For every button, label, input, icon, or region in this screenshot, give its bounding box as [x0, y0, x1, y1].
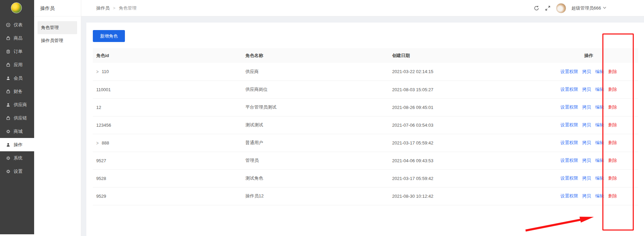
sidebar-item-label: 系统 — [14, 155, 23, 161]
sidebar-item[interactable]: 系统 — [0, 151, 34, 165]
sidebar-item[interactable]: 会员 — [0, 71, 34, 85]
copy-link[interactable]: 拷贝 — [582, 193, 591, 198]
content-card: 新增角色 角色id 角色名称 创建日期 操作 >110 — [86, 23, 644, 236]
breadcrumb-root[interactable]: 操作员 — [96, 5, 110, 11]
copy-link[interactable]: 拷贝 — [582, 140, 591, 145]
edit-link[interactable]: 编辑 — [595, 140, 604, 145]
cell-actions: 设置权限拷贝编辑删除 — [539, 134, 638, 152]
created-date-value: 2021-03-22 02:14:15 — [392, 69, 433, 74]
secondary-sidebar: 操作员 角色管理 操作员管理 — [34, 0, 81, 236]
sidebar-item-label: 订单 — [14, 48, 23, 55]
fullscreen-icon[interactable] — [545, 5, 551, 11]
copy-link[interactable]: 拷贝 — [582, 176, 591, 181]
copy-link[interactable]: 拷贝 — [582, 122, 591, 127]
delete-link[interactable]: 删除 — [608, 176, 617, 181]
edit-link[interactable]: 编辑 — [595, 105, 604, 110]
primary-sidebar: 仪表 商品 — [0, 0, 34, 234]
cell-created-date: 2021-03-17 05:59:42 — [389, 134, 539, 152]
set-permission-link[interactable]: 设置权限 — [560, 176, 578, 181]
copy-link[interactable]: 拷贝 — [582, 158, 591, 163]
role-id-value: 888 — [102, 140, 109, 145]
edit-link[interactable]: 编辑 — [595, 87, 604, 92]
breadcrumb-current: 角色管理 — [119, 5, 137, 11]
sidebar-item[interactable]: 订单 — [0, 45, 34, 58]
sidebar-item-label: 会员 — [14, 75, 23, 81]
set-permission-link[interactable]: 设置权限 — [560, 105, 578, 110]
sidebar-item-label: 财务 — [14, 88, 23, 95]
user-menu[interactable]: 超级管理员666 — [571, 5, 606, 11]
sidebar-item[interactable]: 商品 — [0, 31, 34, 45]
delete-link[interactable]: 删除 — [608, 87, 617, 92]
set-permission-link[interactable]: 设置权限 — [560, 193, 578, 198]
gauge-icon — [6, 23, 11, 27]
sidebar-item[interactable]: 供应链 — [0, 111, 34, 125]
refresh-icon[interactable] — [533, 5, 540, 11]
add-role-button[interactable]: 新增角色 — [93, 30, 125, 42]
sidebar-item[interactable]: 仪表 — [0, 18, 34, 31]
cell-role-name: 普通用户 — [242, 134, 389, 152]
copy-link[interactable]: 拷贝 — [582, 69, 591, 74]
clipboard-icon — [6, 49, 11, 54]
gear-icon — [6, 129, 11, 134]
edit-link[interactable]: 编辑 — [595, 176, 604, 181]
submenu-item[interactable]: 操作员管理 — [38, 34, 77, 47]
cell-actions: 设置权限拷贝编辑删除 — [539, 152, 638, 169]
created-date-value: 2021-03-17 05:59:42 — [392, 140, 433, 145]
cell-role-name: 平台管理员测试 — [242, 98, 389, 116]
delete-link[interactable]: 删除 — [608, 140, 617, 145]
delete-link[interactable]: 删除 — [608, 69, 617, 74]
bag-icon — [6, 63, 11, 67]
primary-nav: 仪表 商品 — [0, 18, 34, 178]
sidebar-item-label: 供应链 — [14, 115, 27, 121]
sidebar-item[interactable]: 设置 — [0, 165, 34, 178]
sidebar-item-label: 设置 — [14, 168, 23, 175]
cell-created-date: 2021-08-03 15:05:27 — [389, 81, 539, 98]
workspace-avatar[interactable] — [11, 2, 22, 13]
set-permission-link[interactable]: 设置权限 — [560, 69, 578, 74]
person-icon — [6, 142, 11, 147]
edit-link[interactable]: 编辑 — [595, 69, 604, 74]
sidebar-item[interactable]: 操作 — [0, 138, 34, 151]
table-row: 110001 供应商岗位 2021-08-03 15:05:27 设置权限拷贝编… — [93, 81, 638, 98]
set-permission-link[interactable]: 设置权限 — [560, 122, 578, 127]
submenu-item-label: 角色管理 — [41, 25, 59, 30]
table-row: >110 供应商 2021-03-22 02:14:15 设置权限拷贝编辑删除 — [93, 63, 638, 81]
delete-link[interactable]: 删除 — [608, 158, 617, 163]
bag-icon — [6, 36, 11, 41]
sidebar-item[interactable]: 财务 — [0, 85, 34, 98]
table-row: 9528 测试角色 2021-03-17 05:59:42 设置权限拷贝编辑删除 — [93, 169, 638, 187]
edit-link[interactable]: 编辑 — [595, 193, 604, 198]
role-name-value: 管理员 — [245, 158, 259, 163]
user-avatar[interactable] — [556, 3, 566, 13]
expand-chevron-icon[interactable]: > — [96, 140, 99, 145]
edit-link[interactable]: 编辑 — [595, 122, 604, 127]
table-row: 123456 测试测试 2021-07-06 03:54:03 设置权限拷贝编辑… — [93, 116, 638, 134]
cell-actions: 设置权限拷贝编辑删除 — [539, 98, 638, 116]
set-permission-link[interactable]: 设置权限 — [560, 158, 578, 163]
chevron-down-icon — [603, 5, 606, 11]
role-id-value: 110 — [102, 69, 109, 74]
column-header-actions: 操作 — [539, 48, 638, 63]
delete-link[interactable]: 删除 — [608, 122, 617, 127]
created-date-value: 2021-07-06 03:54:03 — [392, 123, 433, 128]
edit-link[interactable]: 编辑 — [595, 158, 604, 163]
submenu-item[interactable]: 角色管理 — [38, 21, 77, 34]
sidebar-item[interactable]: 商城 — [0, 125, 34, 138]
sidebar-item[interactable]: 供应商 — [0, 98, 34, 111]
cell-actions: 设置权限拷贝编辑删除 — [539, 169, 638, 187]
cell-role-name: 供应商 — [242, 63, 389, 81]
sidebar-item[interactable]: 应用 — [0, 58, 34, 71]
role-name-value: 供应商岗位 — [245, 87, 268, 92]
cell-actions: 设置权限拷贝编辑删除 — [539, 187, 638, 205]
role-id-value: 110001 — [96, 87, 111, 92]
table-row: >888 普通用户 2021-03-17 05:59:42 设置权限拷贝编辑删除 — [93, 134, 638, 152]
delete-link[interactable]: 删除 — [608, 193, 617, 198]
set-permission-link[interactable]: 设置权限 — [560, 140, 578, 145]
roles-table: 角色id 角色名称 创建日期 操作 >110 供应商 — [93, 48, 638, 205]
expand-chevron-icon[interactable]: > — [96, 69, 99, 74]
set-permission-link[interactable]: 设置权限 — [560, 87, 578, 92]
copy-link[interactable]: 拷贝 — [582, 105, 591, 110]
delete-link[interactable]: 删除 — [608, 105, 617, 110]
cell-actions: 设置权限拷贝编辑删除 — [539, 81, 638, 98]
copy-link[interactable]: 拷贝 — [582, 87, 591, 92]
